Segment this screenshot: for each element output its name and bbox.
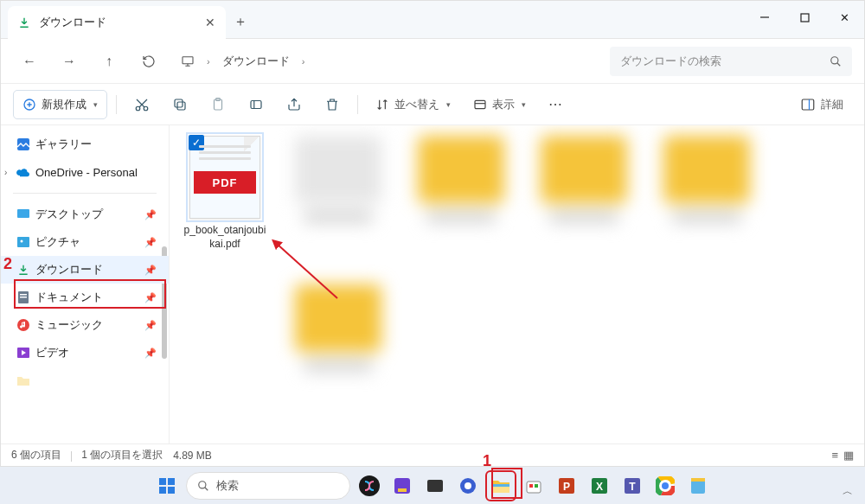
download-icon [18, 16, 30, 29]
icons-view-icon[interactable]: ▦ [843, 449, 854, 462]
teams-icon[interactable]: T [618, 472, 646, 500]
chevron-down-icon: ▾ [446, 100, 451, 109]
sort-button[interactable]: 並べ替え ▾ [367, 90, 459, 119]
title-bar: ダウンロード ✕ ＋ ✕ [1, 1, 864, 39]
store-icon[interactable] [520, 472, 548, 500]
pin-icon: 📌 [144, 265, 157, 276]
chevron-right-icon: › [302, 56, 305, 67]
selected-count: 1 個の項目を選択 [81, 448, 163, 463]
details-label: 詳細 [821, 97, 843, 112]
svg-rect-19 [20, 294, 27, 296]
app-icon[interactable] [421, 472, 449, 500]
svg-rect-13 [802, 99, 814, 110]
svg-rect-24 [168, 478, 175, 485]
file-explorer-icon[interactable] [487, 472, 515, 500]
share-button[interactable] [278, 90, 311, 119]
sidebar-item-downloads[interactable]: ダウンロード 📌 [1, 256, 169, 284]
chevron-up-icon[interactable]: ︿ [843, 484, 853, 499]
sidebar-item-desktop[interactable]: デスクトップ 📌 [1, 201, 169, 228]
sidebar-item-label: ドキュメント [35, 290, 103, 305]
sidebar-item-documents[interactable]: ドキュメント 📌 [1, 284, 169, 311]
delete-button[interactable] [316, 90, 349, 119]
taskbar-search[interactable]: 検索 [186, 472, 350, 500]
details-pane-button[interactable]: 詳細 [791, 90, 852, 119]
svg-rect-2 [183, 56, 193, 63]
sidebar-item-folder[interactable] [1, 367, 169, 394]
sidebar-item-label: ダウンロード [35, 262, 103, 278]
svg-rect-25 [159, 487, 166, 494]
selected-size: 4.89 MB [173, 450, 212, 462]
svg-point-33 [465, 482, 471, 489]
pictures-icon [16, 235, 30, 249]
sidebar-item-label: ピクチャ [35, 234, 80, 250]
close-tab-icon[interactable]: ✕ [205, 16, 215, 29]
pin-icon: 📌 [144, 292, 157, 303]
address-bar[interactable]: › ダウンロード › [181, 54, 304, 69]
system-tray[interactable]: ︿ [843, 484, 853, 499]
app-icon[interactable] [388, 472, 416, 500]
sidebar-item-label: OneDrive - Personal [35, 166, 138, 179]
app-icon[interactable] [454, 472, 482, 500]
start-button[interactable] [153, 472, 181, 500]
cut-button[interactable] [125, 90, 158, 119]
up-button[interactable]: ↑ [93, 47, 125, 76]
svg-rect-31 [427, 480, 443, 492]
chevron-down-icon: ▾ [93, 100, 98, 109]
nav-bar: ← → ↑ › ダウンロード › ダウンロードの検索 [1, 39, 864, 84]
svg-rect-7 [177, 102, 185, 110]
pin-icon: 📌 [144, 237, 157, 248]
file-item[interactable]: ✓ PDF p_book_otanjoubikai.pdf [183, 136, 266, 251]
more-button[interactable]: ⋯ [540, 90, 571, 119]
svg-rect-11 [251, 100, 261, 108]
rename-button[interactable] [240, 90, 272, 119]
powerpoint-icon[interactable]: P [553, 472, 580, 500]
copy-button[interactable] [163, 90, 196, 119]
maximize-button[interactable] [785, 1, 824, 34]
pin-icon: 📌 [144, 320, 157, 331]
svg-point-17 [21, 240, 23, 243]
folder-icon [16, 373, 30, 387]
pdf-badge: PDF [194, 171, 256, 194]
sidebar-item-gallery[interactable]: ギャラリー [1, 131, 169, 158]
minimize-button[interactable] [745, 1, 785, 34]
svg-rect-20 [20, 297, 27, 298]
search-placeholder: ダウンロードの検索 [620, 54, 721, 69]
monitor-icon [181, 54, 195, 68]
sidebar-item-video[interactable]: ビデオ 📌 [1, 339, 169, 367]
breadcrumb-item[interactable]: ダウンロード [222, 54, 290, 69]
chevron-right-icon[interactable]: › [4, 168, 7, 177]
back-button[interactable]: ← [13, 47, 46, 76]
forward-button[interactable]: → [53, 47, 86, 76]
refresh-button[interactable] [132, 47, 165, 76]
new-label: 新規作成 [42, 97, 86, 112]
svg-text:P: P [563, 481, 570, 493]
item-count: 6 個の項目 [11, 448, 61, 463]
svg-rect-26 [168, 487, 175, 494]
file-view[interactable]: ✓ PDF p_book_otanjoubikai.pdf [170, 125, 864, 443]
paste-button[interactable] [202, 90, 234, 119]
cloud-icon [16, 165, 30, 179]
svg-rect-12 [475, 100, 485, 108]
copilot-icon[interactable] [356, 472, 383, 500]
chevron-right-icon: › [207, 56, 210, 67]
sidebar-item-music[interactable]: ミュージック 📌 [1, 311, 169, 339]
search-input[interactable]: ダウンロードの検索 [610, 47, 852, 76]
sidebar-item-onedrive[interactable]: › OneDrive - Personal [1, 158, 169, 186]
new-button[interactable]: 新規作成 ▾ [13, 90, 107, 119]
sidebar-item-pictures[interactable]: ピクチャ 📌 [1, 228, 169, 256]
taskbar-search-label: 検索 [216, 478, 239, 494]
chrome-icon[interactable] [651, 472, 679, 500]
plus-circle-icon [22, 98, 36, 112]
view-button[interactable]: 表示 ▾ [465, 90, 535, 119]
download-icon [16, 263, 30, 277]
notepad-icon[interactable] [684, 472, 712, 500]
new-tab-button[interactable]: ＋ [226, 7, 255, 36]
music-icon [16, 318, 30, 332]
window-tab[interactable]: ダウンロード ✕ [8, 6, 226, 39]
details-view-icon[interactable]: ≡ [831, 449, 838, 462]
blurred-items [291, 136, 855, 405]
svg-point-27 [199, 481, 206, 488]
close-window-button[interactable]: ✕ [824, 1, 864, 34]
desktop-icon [16, 207, 30, 221]
excel-icon[interactable]: X [586, 472, 613, 500]
